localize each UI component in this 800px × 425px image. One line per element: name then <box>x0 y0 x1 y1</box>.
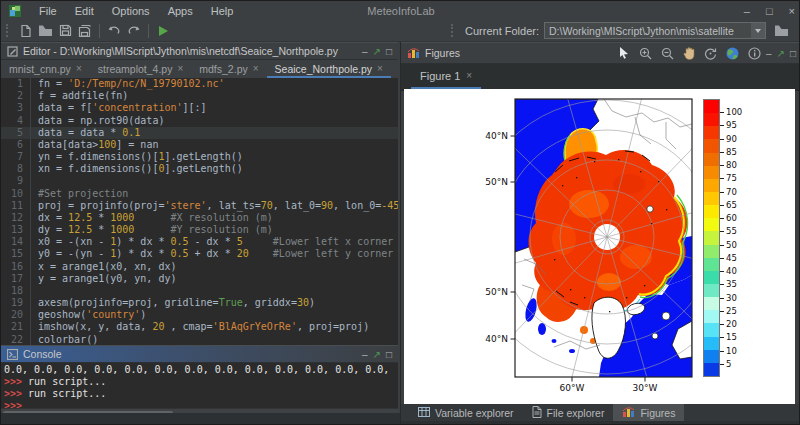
colorbar-tick-mark <box>720 231 724 232</box>
colorbar-tick-mark <box>720 364 724 365</box>
console-detach-button[interactable]: ↗ <box>373 349 381 360</box>
editor-minimize-button[interactable]: – <box>362 46 368 57</box>
tab-close-icon[interactable]: × <box>377 63 383 74</box>
lon-label: 30°W <box>633 383 658 393</box>
colorbar-tick-label: 70 <box>726 187 737 197</box>
line-number: 13 <box>1 224 31 236</box>
tab-figures[interactable]: Figures <box>613 404 684 421</box>
code-text: x0 = -(xn - 1) * dx * 0.5 - dx * 5 #Lowe… <box>38 236 393 248</box>
code-text: dx = 12.5 * 1000 #X resolution (m) <box>38 212 273 224</box>
code-text: f = addfile(fn) <box>38 90 128 102</box>
menu-apps[interactable]: Apps <box>159 5 202 17</box>
code-line: 3data = f['concentration'][:] <box>1 102 398 114</box>
combo-dropdown-arrow[interactable] <box>751 23 765 38</box>
console-maximize-button[interactable]: □ <box>386 349 392 360</box>
colorbar-segment <box>704 350 719 363</box>
tab-figure-1[interactable]: Figure 1 × <box>411 64 481 90</box>
current-folder-combobox[interactable]: D:\Working\MIScript\Jython\mis\satellite <box>544 22 766 39</box>
colorbar-tick-mark <box>720 351 724 352</box>
colorbar-tick-label: 65 <box>726 200 737 210</box>
lon-label: 60°W <box>560 383 585 393</box>
tab-close-icon[interactable]: × <box>253 63 259 74</box>
window-close-button[interactable]: × <box>789 5 795 17</box>
line-number: 4 <box>1 115 31 127</box>
select-cursor-icon[interactable] <box>619 47 630 59</box>
editor-panel: Editor - D:\Working\MIScript\Jython\mis\… <box>1 42 398 344</box>
editor-tab-mdfs_2-py[interactable]: mdfs_2.py× <box>191 60 266 78</box>
code-line: 6data[data>100] = nan <box>1 139 398 151</box>
window-minimize-button[interactable]: – <box>744 5 750 17</box>
lat-label: 50°N <box>485 177 508 187</box>
colorbar-segment <box>704 153 719 166</box>
menu-file[interactable]: File <box>30 5 66 17</box>
run-script-button[interactable] <box>153 22 173 39</box>
editor-maximize-button[interactable]: □ <box>386 46 392 57</box>
console-entry: >>> run script... <box>4 388 395 400</box>
figure-tab-label: Figure 1 <box>420 70 460 82</box>
code-text: colorbar() <box>38 334 98 346</box>
table-icon <box>418 407 430 419</box>
current-folder-bar: Current Folder: D:\Working\MIScript\Jyth… <box>446 20 791 41</box>
undo-button[interactable] <box>104 22 124 39</box>
colorbar-segment <box>704 179 719 192</box>
open-file-button[interactable] <box>35 22 55 39</box>
tab-label: mdfs_2.py <box>199 63 247 75</box>
code-text: axesm(projinfo=proj, gridline=True, grid… <box>38 297 315 309</box>
rotate-icon[interactable] <box>704 47 717 60</box>
code-text: dy = 12.5 * 1000 #Y resolution (m) <box>38 224 273 236</box>
edit-icon <box>7 46 18 57</box>
editor-detach-button[interactable]: ↗ <box>373 46 381 57</box>
tab-file-explorer[interactable]: File explorer <box>523 404 614 421</box>
colorbar-segment <box>704 126 719 139</box>
tab-close-icon[interactable]: × <box>76 63 82 74</box>
editor-tab-streamplot_4-py[interactable]: streamplot_4.py× <box>90 60 192 78</box>
figure-canvas[interactable]: 40°N50°N50°N40°N60°W30°W 100959085807570… <box>404 89 795 404</box>
console-entry: >>> run script... <box>4 376 395 388</box>
figure-tab-close-icon[interactable]: × <box>466 70 472 81</box>
code-text: y = arange1(y0, yn, dy) <box>38 273 176 285</box>
new-file-button[interactable] <box>15 22 35 39</box>
window-maximize-button[interactable]: □ <box>766 5 773 17</box>
line-number: 5 <box>1 127 31 139</box>
line-number: 22 <box>1 334 31 346</box>
colorbar-tick-label: 90 <box>726 134 737 144</box>
save-button[interactable] <box>55 22 75 39</box>
zoom-in-icon[interactable] <box>639 47 652 60</box>
console-output[interactable]: 0.0, 0.0, 0.0, 0.0, 0.0, 0.0, 0.0, 0.0, … <box>1 363 398 408</box>
colorbar-segment <box>704 231 719 244</box>
save-all-button[interactable] <box>75 22 95 39</box>
browse-folder-button[interactable] <box>771 22 791 39</box>
menu-edit[interactable]: Edit <box>66 5 103 17</box>
line-number: 14 <box>1 236 31 248</box>
console-minimize-button[interactable]: – <box>362 349 368 360</box>
figures-detach-button[interactable]: ↗ <box>777 48 785 59</box>
tab-label: mnist_cnn.py <box>9 63 71 75</box>
globe-icon[interactable] <box>726 47 739 60</box>
menu-help[interactable]: Help <box>202 5 243 17</box>
figures-maximize-button[interactable]: □ <box>790 48 796 59</box>
figures-minimize-button[interactable]: – <box>766 48 772 59</box>
figures-panel: Figures – ↗ □ Figure 1 × <box>400 42 800 425</box>
pan-hand-icon[interactable] <box>683 47 695 60</box>
tab-variable-explorer[interactable]: Variable explorer <box>409 404 523 421</box>
colorbar-tick-label: 50 <box>726 240 737 250</box>
menu-options[interactable]: Options <box>103 5 159 17</box>
line-number: 10 <box>1 188 31 200</box>
editor-tab-seaice_northpole-py[interactable]: Seaice_Northpole.py× <box>267 60 391 78</box>
tab-label: Seaice_Northpole.py <box>275 63 372 75</box>
code-editor[interactable]: 1fn = 'D:/Temp/nc/N_19790102.nc'2f = add… <box>1 78 398 346</box>
colorbar-tick-label: 20 <box>726 319 737 329</box>
info-icon[interactable] <box>748 47 761 60</box>
editor-tab-mnist_cnn-py[interactable]: mnist_cnn.py× <box>1 60 90 78</box>
line-number: 2 <box>1 90 31 102</box>
code-text: data[data>100] = nan <box>38 139 158 151</box>
line-number: 6 <box>1 139 31 151</box>
redo-button[interactable] <box>124 22 144 39</box>
colorbar-segment <box>704 166 719 179</box>
colorbar-segment <box>704 139 719 152</box>
tab-close-icon[interactable]: × <box>177 63 183 74</box>
code-line: 8xn = f.dimensions()[0].getLength() <box>1 163 398 175</box>
colorbar-segment <box>704 310 719 323</box>
code-line: 20geoshow('country') <box>1 309 398 321</box>
zoom-out-icon[interactable] <box>661 47 674 60</box>
